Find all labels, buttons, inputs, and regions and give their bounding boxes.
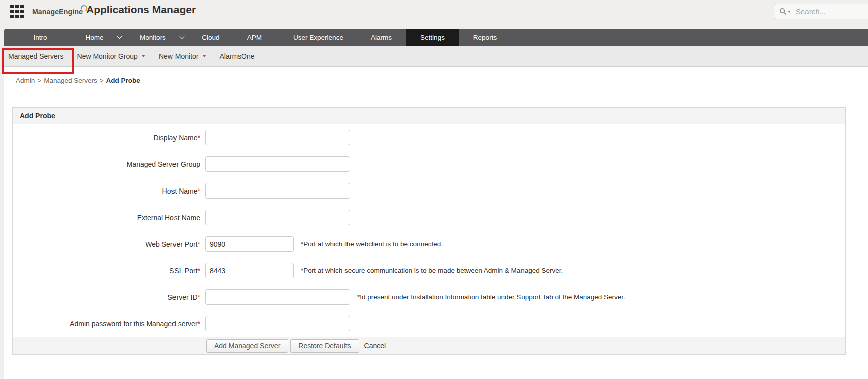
subnav-item-new-monitor-group[interactable]: New Monitor Group xyxy=(77,52,145,60)
required-asterisk: * xyxy=(198,267,200,275)
apps-grid-icon[interactable] xyxy=(10,5,24,18)
field-hint: *Port at which secure communication is t… xyxy=(301,267,563,274)
breadcrumb-admin[interactable]: Admin xyxy=(16,77,35,84)
add-probe-panel: Add Probe Display Name* Managed Server G… xyxy=(12,107,846,355)
page-title: Applications Manager xyxy=(86,4,196,16)
form-row-ssl-port: SSL Port* *Port at which secure communic… xyxy=(13,257,845,284)
required-asterisk: * xyxy=(198,320,200,328)
dropdown-arrow-icon xyxy=(141,55,145,57)
add-managed-server-button[interactable]: Add Managed Server xyxy=(206,339,288,353)
field-hint: *Id present under Installation Informati… xyxy=(357,293,625,301)
dropdown-arrow-icon xyxy=(202,55,206,57)
main-nav: Intro Home Monitors Cloud APM User Exper… xyxy=(4,29,868,46)
add-probe-form: Display Name* Managed Server Group Host … xyxy=(13,124,845,337)
form-row-external-host-name: External Host Name xyxy=(13,204,845,231)
admin-password-input[interactable] xyxy=(205,316,350,331)
form-row-host-name: Host Name* xyxy=(13,177,845,204)
nav-item-cloud[interactable]: Cloud xyxy=(193,29,228,46)
top-header: ManageEngine Applications Manager xyxy=(0,0,868,29)
breadcrumb-current: Add Probe xyxy=(106,77,140,84)
nav-item-user-experience[interactable]: User Experience xyxy=(281,29,356,46)
form-row-web-server-port: Web Server Port* *Port at which the webc… xyxy=(13,231,845,257)
nav-item-alarms[interactable]: Alarms xyxy=(356,29,406,46)
server-id-input[interactable] xyxy=(205,289,350,305)
search-box[interactable] xyxy=(774,4,868,19)
external-host-name-input[interactable] xyxy=(205,210,350,225)
field-label: Display Name* xyxy=(13,134,200,142)
subnav-item-managed-servers[interactable]: Managed Servers xyxy=(8,52,64,60)
field-label: Host Name* xyxy=(13,187,200,195)
left-margin-strip xyxy=(0,29,4,379)
nav-item-home[interactable]: Home xyxy=(76,29,130,46)
search-icon xyxy=(779,8,787,15)
field-hint: *Port at which the webclient is to be co… xyxy=(301,240,443,248)
search-dropdown-arrow-icon xyxy=(788,11,791,13)
form-row-display-name: Display Name* xyxy=(13,124,845,151)
web-server-port-input[interactable] xyxy=(205,236,294,252)
required-asterisk: * xyxy=(198,240,200,248)
field-label: Server ID* xyxy=(13,293,200,301)
subnav-item-new-monitor[interactable]: New Monitor xyxy=(159,52,206,60)
field-label: Admin password for this Managed server* xyxy=(13,320,200,328)
chevron-down-icon xyxy=(117,34,122,39)
form-row-admin-password: Admin password for this Managed server* xyxy=(13,310,845,337)
nav-item-apm[interactable]: APM xyxy=(228,29,281,46)
breadcrumb-separator: > xyxy=(37,77,41,84)
required-asterisk: * xyxy=(198,187,200,195)
host-name-input[interactable] xyxy=(205,183,350,199)
brand-logo-text: ManageEngine xyxy=(32,8,83,16)
search-scope-toggle[interactable] xyxy=(779,8,791,15)
form-actions: Add Managed Server Restore Defaults Canc… xyxy=(13,337,845,354)
chevron-down-icon xyxy=(179,34,184,39)
breadcrumb: Admin>Managed Servers>Add Probe xyxy=(16,77,140,84)
display-name-input[interactable] xyxy=(205,130,350,145)
sub-nav: Managed Servers New Monitor Group New Mo… xyxy=(4,46,868,67)
panel-title: Add Probe xyxy=(13,108,845,124)
search-input[interactable] xyxy=(795,7,860,16)
cancel-link[interactable]: Cancel xyxy=(364,342,386,350)
nav-item-reports[interactable]: Reports xyxy=(459,29,511,46)
managed-server-group-input[interactable] xyxy=(205,156,350,172)
required-asterisk: * xyxy=(198,293,200,301)
nav-item-settings[interactable]: Settings xyxy=(406,29,459,46)
form-row-managed-server-group: Managed Server Group xyxy=(13,151,845,177)
field-label: SSL Port* xyxy=(13,267,200,275)
breadcrumb-separator: > xyxy=(100,77,104,84)
subnav-item-alarmsone[interactable]: AlarmsOne xyxy=(220,52,255,60)
breadcrumb-managed-servers[interactable]: Managed Servers xyxy=(44,77,97,84)
restore-defaults-button[interactable]: Restore Defaults xyxy=(290,339,359,353)
nav-item-intro[interactable]: Intro xyxy=(4,29,76,46)
form-row-server-id: Server ID* *Id present under Installatio… xyxy=(13,284,845,310)
required-asterisk: * xyxy=(198,134,200,142)
field-label: External Host Name xyxy=(13,214,200,222)
ssl-port-input[interactable] xyxy=(205,263,294,278)
field-label: Web Server Port* xyxy=(13,240,200,248)
field-label: Managed Server Group xyxy=(13,160,200,168)
brand-logo: ManageEngine xyxy=(32,8,83,16)
nav-item-monitors[interactable]: Monitors xyxy=(130,29,193,46)
